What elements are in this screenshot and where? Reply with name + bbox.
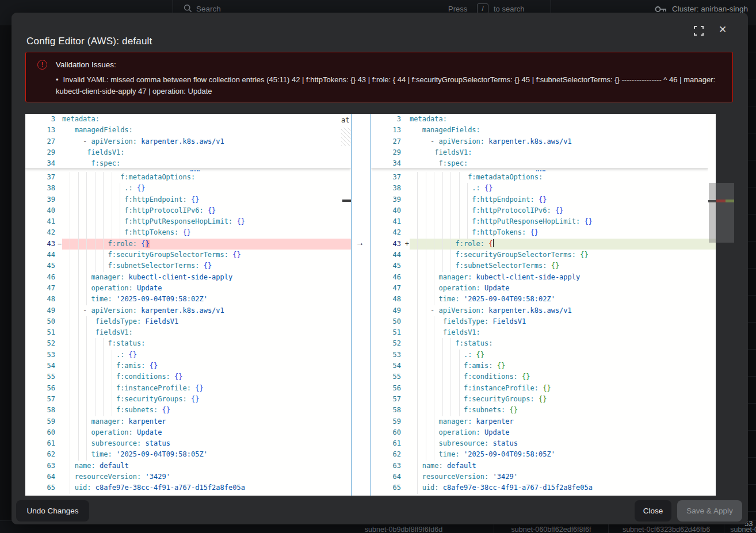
code-line: 50 fieldsType: FieldsV1 — [371, 316, 708, 327]
code-line: 58 f:subnets: {} — [371, 405, 708, 416]
diff-overview-ruler[interactable] — [716, 114, 734, 496]
code-line: 59 manager: karpenter — [25, 416, 351, 427]
code-line: 38 .: {} — [371, 183, 708, 194]
code-line: 41 f:httpPutResponseHopLimit: {} — [371, 216, 708, 227]
modal-title: Config Editor (AWS): default — [26, 36, 152, 47]
error-squiggle — [536, 169, 545, 171]
code-line: 55 f:conditions: {} — [371, 371, 708, 382]
code-line: 57 f:securityGroups: {} — [25, 394, 351, 405]
yaml-diff-editor: 3metadata:13 managedFields:27 - apiVersi… — [25, 114, 734, 496]
code-line: 56 f:instanceProfile: {} — [371, 383, 708, 394]
code-line: 53 .: {} — [371, 350, 708, 361]
code-line: 47 operation: Update — [371, 283, 708, 294]
text-cursor — [493, 239, 494, 247]
code-line: 55 f:conditions: {} — [25, 371, 351, 382]
code-line: 42 f:httpTokens: {} — [371, 227, 708, 238]
code-line: 44 f:securityGroupSelectorTerms: {} — [25, 250, 351, 260]
screen: Search Press / to search Cluster: anirba… — [0, 0, 756, 533]
scrollbar-thumb[interactable] — [709, 183, 716, 243]
code-line: 64 resourceVersion: '3429' — [371, 471, 708, 482]
code-line: 40 f:httpProtocolIPv6: {} — [371, 205, 708, 216]
background-table-edge — [748, 25, 756, 520]
code-line: 40 f:httpProtocolIPv6: {} — [25, 205, 351, 216]
code-line: 50 fieldsType: FieldsV1 — [25, 316, 351, 327]
cluster-label: Cluster: anirban-singh — [672, 5, 748, 13]
clipped-code-fragment: at — [341, 115, 349, 125]
code-line: 64 resourceVersion: '3429' — [25, 471, 351, 482]
code-line: 53 .: {} — [25, 350, 351, 361]
code-line: 63 name: default — [25, 461, 351, 471]
code-line: 65 uid: c8afe97e-38cc-4f91-a767-d15f2a8f… — [371, 482, 708, 493]
code-line: 13 managedFields: — [25, 125, 351, 136]
code-line: 3metadata: — [25, 114, 351, 125]
overview-inserted-mark — [726, 200, 734, 202]
search-placeholder: Search — [196, 5, 221, 13]
code-line: 54 f:amis: {} — [371, 361, 708, 371]
code-line: 27 - apiVersion: karpenter.k8s.aws/v1 — [25, 136, 351, 147]
validation-issue: •Invalid YAML: missed comma between flow… — [56, 74, 723, 97]
code-line: 52 f:status: — [371, 338, 708, 349]
sticky-scroll-left: 3metadata:13 managedFields:27 - apiVersi… — [25, 114, 351, 168]
diff-diagonal-fill — [341, 128, 351, 146]
revert-change-arrow[interactable]: → — [356, 237, 364, 247]
vertical-scrollbar[interactable] — [708, 114, 716, 496]
code-line: 49 - apiVersion: karpenter.k8s.aws/v1 — [25, 305, 351, 316]
code-line: 29 fieldsV1: — [25, 147, 351, 158]
code-line: 39 f:httpEndpoint: {} — [25, 194, 351, 205]
diff-original-pane[interactable]: 3metadata:13 managedFields:27 - apiVersi… — [25, 114, 351, 496]
code-line: 43− f:role: {} — [25, 239, 351, 250]
code-line: 3metadata: — [371, 114, 708, 125]
expand-icon[interactable] — [694, 26, 704, 36]
code-line: 54 f:amis: {} — [25, 361, 351, 371]
code-line: 34 f:spec: — [25, 158, 351, 169]
undo-changes-button[interactable]: Undo Changes — [16, 500, 89, 522]
code-line: 66spec: — [371, 494, 708, 496]
code-line: 66spec: — [25, 494, 351, 496]
code-line: 13 managedFields: — [371, 125, 708, 136]
code-line: 37 f:metadataOptions: — [371, 172, 708, 183]
code-line: 45 f:subnetSelectorTerms: {} — [25, 260, 351, 271]
close-icon[interactable]: ✕ — [716, 23, 730, 37]
code-line: 44 f:securityGroupSelectorTerms: {} — [371, 250, 708, 260]
close-button[interactable]: Close — [635, 500, 671, 522]
code-line: 46 manager: kubectl-client-side-apply — [25, 272, 351, 283]
diff-modified-pane[interactable]: 3metadata:13 managedFields:27 - apiVersi… — [371, 114, 708, 496]
code-line: 41 f:httpPutResponseHopLimit: {} — [25, 216, 351, 227]
code-line: 27 - apiVersion: karpenter.k8s.aws/v1 — [371, 136, 708, 147]
code-line: 29 fieldsV1: — [371, 147, 708, 158]
overview-deleted-mark — [716, 200, 726, 202]
code-line: 52 f:status: — [25, 338, 351, 349]
config-editor-modal: Config Editor (AWS): default ✕ ! Validat… — [12, 13, 748, 524]
code-line: 39 f:httpEndpoint: {} — [371, 194, 708, 205]
search-icon — [184, 4, 192, 13]
code-line: 60 operation: Update — [25, 427, 351, 438]
code-line: 45 f:subnetSelectorTerms: {} — [371, 260, 708, 271]
code-line: 62 time: '2025-09-04T09:58:05Z' — [25, 449, 351, 460]
code-line: 48 time: '2025-09-04T09:58:02Z' — [25, 294, 351, 305]
overview-viewport-box — [716, 183, 734, 243]
scrollbar-diff-mark — [708, 200, 716, 202]
save-apply-button[interactable]: Save & Apply — [677, 500, 742, 522]
code-line: 59 manager: karpenter — [371, 416, 708, 427]
code-line: 43+ f:role: { — [371, 239, 708, 250]
code-line: 61 subresource: status — [25, 438, 351, 449]
code-line: 47 operation: Update — [25, 283, 351, 294]
code-line: 49 - apiVersion: karpenter.k8s.aws/v1 — [371, 305, 708, 316]
code-line: 61 subresource: status — [371, 438, 708, 449]
code-line: 48 time: '2025-09-04T09:58:02Z' — [371, 294, 708, 305]
code-line: 56 f:instanceProfile: {} — [25, 383, 351, 394]
validation-title: Validation Issues: — [56, 60, 116, 69]
code-line: 58 f:subnets: {} — [25, 405, 351, 416]
diff-sash[interactable]: → — [351, 114, 371, 496]
code-line: 38 .: {} — [25, 183, 351, 194]
code-line: 65 uid: c8afe97e-38cc-4f91-a767-d15f2a8f… — [25, 482, 351, 493]
bullet: • — [56, 75, 59, 84]
code-line: 51 fieldsV1: — [371, 327, 708, 338]
code-line: 46 manager: kubectl-client-side-apply — [371, 272, 708, 283]
code-line: 42 f:httpTokens: {} — [25, 227, 351, 238]
code-line: 63 name: default — [371, 461, 708, 471]
sticky-scroll-right: 3metadata:13 managedFields:27 - apiVersi… — [371, 114, 708, 168]
code-line: 57 f:securityGroups: {} — [371, 394, 708, 405]
code-line: 60 operation: Update — [371, 427, 708, 438]
validation-banner: ! Validation Issues: •Invalid YAML: miss… — [25, 52, 733, 102]
